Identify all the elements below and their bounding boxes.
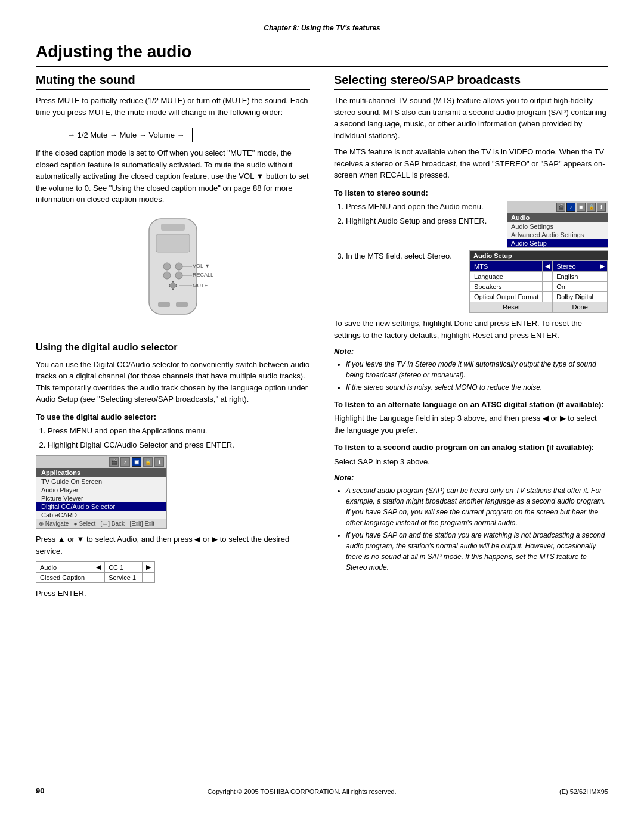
step3-text: Press ▲ or ▼ to select Audio, and then p…: [36, 533, 310, 557]
app-item-cablecard: CableCARD: [36, 511, 166, 519]
optical-arrow-left: [543, 292, 553, 302]
digital-audio-para1: You can use the Digital CC/Audio selecto…: [36, 359, 310, 405]
cc-audio-label: Audio: [36, 562, 92, 573]
audio-menu-screenshot: 🎬 ♪ ▣ 🔒 ℹ Audio Audio Settings Advanced …: [507, 201, 608, 248]
note1-label: Note:: [334, 346, 608, 358]
audio-setup-optical-row: Optical Output Format Dolby Digital: [470, 292, 608, 302]
audio-setup-inner-table: MTS ◀ Stereo ▶ Language English Sp: [470, 260, 608, 312]
cc-table-row1: Audio ◀ CC 1 ▶: [36, 562, 155, 573]
cc-caption-arrow-right: [143, 573, 155, 583]
menu-icon-lock: 🔒: [143, 457, 153, 467]
speakers-label: Speakers: [470, 282, 543, 292]
audio-setup-title: Audio Setup: [470, 251, 608, 260]
stereo-step3-row: In the MTS field, select Stereo. Audio S…: [334, 250, 608, 313]
page-title: Adjusting the audio: [36, 42, 608, 67]
cc-caption-arrow-left: [92, 573, 105, 583]
optical-arrow-right: [597, 292, 608, 302]
stereo-section-title: Selecting stereo/SAP broadcasts: [334, 73, 608, 90]
app-item-digital-cc: Digital CC/Audio Selector: [36, 502, 166, 511]
app-item-pictureview: Picture Viewer: [36, 494, 166, 502]
app-menu-footer: ⊕ Navigate ● Select [←] Back [Exit] Exit: [36, 519, 166, 528]
audio-icon-note: ♪: [566, 203, 575, 212]
menu-icon-apps: ▣: [132, 457, 141, 467]
step4-save-text: To save the new settings, highlight Done…: [334, 318, 608, 341]
muting-para2: If the closed caption mode is set to Off…: [36, 147, 310, 206]
mute-sequence: → 1/2 Mute → Mute → Volume →: [60, 128, 193, 142]
svg-rect-2: [156, 234, 190, 252]
audio-setup-speakers-row: Speakers On: [470, 282, 608, 292]
svg-rect-15: [158, 302, 170, 307]
to-alternate-text: Highlight the Language field in step 3 a…: [334, 412, 608, 436]
cc-caption-label: Closed Caption: [36, 573, 92, 583]
svg-rect-1: [161, 224, 185, 231]
audio-setup-language-row: Language English: [470, 272, 608, 282]
remote-svg: VOL ▼ RECALL MUTE: [125, 213, 221, 332]
muting-para1: Press MUTE to partially reduce (1/2 MUTE…: [36, 95, 310, 118]
copyright-text: Copyright © 2005 TOSHIBA CORPORATION. Al…: [44, 788, 559, 795]
stereo-step-3: In the MTS field, select Stereo.: [346, 250, 461, 262]
audio-menu-item-advanced: Advanced Audio Settings: [507, 231, 608, 239]
stereo-step-1: Press MENU and open the Audio menu.: [346, 201, 499, 213]
svg-text:MUTE: MUTE: [193, 283, 208, 288]
page-footer: 90 Copyright © 2005 TOSHIBA CORPORATION.…: [0, 786, 644, 795]
svg-point-4: [175, 263, 182, 270]
language-arrow-left: [543, 272, 553, 282]
language-label: Language: [470, 272, 543, 282]
digital-audio-section-title: Using the digital audio selector: [36, 342, 310, 355]
done-button-cell: Done: [553, 302, 608, 312]
optical-value: Dolby Digital: [553, 292, 597, 302]
cc-value: CC 1: [105, 562, 143, 573]
svg-text:VOL ▼: VOL ▼: [193, 263, 210, 269]
muting-section-title: Muting the sound: [36, 73, 310, 90]
optical-label: Optical Output Format: [470, 292, 543, 302]
audio-menu-item-settings: Audio Settings: [507, 222, 608, 231]
app-item-audioplayer: Audio Player: [36, 486, 166, 494]
stereo-para1: The multi-channel TV sound (MTS) feature…: [334, 95, 608, 141]
svg-point-8: [170, 283, 176, 288]
to-stereo-steps-list: Press MENU and open the Audio menu. High…: [346, 201, 499, 229]
to-use-steps-list: Press MENU and open the Applications men…: [48, 425, 310, 451]
app-footer-text: ⊕ Navigate ● Select [←] Back [Exit] Exit: [39, 520, 154, 527]
mts-value: Stereo: [553, 261, 597, 272]
audio-icon-info: ℹ: [597, 203, 606, 212]
note1-list: If you leave the TV in Stereo mode it wi…: [346, 359, 608, 393]
right-column: Selecting stereo/SAP broadcasts The mult…: [334, 73, 608, 604]
menu-icon-note: ♪: [120, 457, 130, 467]
mts-right-arrow: ▶: [597, 261, 608, 272]
left-column: Muting the sound Press MUTE to partially…: [36, 73, 310, 604]
speakers-arrow-left: [543, 282, 553, 292]
to-second-audio-label: To listen to a second audio program on a…: [334, 442, 608, 454]
note2-label: Note:: [334, 472, 608, 484]
chapter-header-text: Chapter 8: Using the TV's features: [264, 24, 380, 32]
speakers-value: On: [553, 282, 597, 292]
audio-setup-screenshot: Audio Setup MTS ◀ Stereo ▶ Language Engl…: [469, 250, 608, 313]
app-menu-title: Applications: [36, 468, 166, 477]
audio-icon-lock: 🔒: [587, 203, 596, 212]
stereo-step3-list: In the MTS field, select Stereo.: [346, 250, 461, 262]
note2-list: A second audio program (SAP) can be hear…: [346, 485, 608, 573]
reset-button-cell: Reset: [470, 302, 553, 312]
cc-caption-value: Service 1: [105, 573, 143, 583]
cc-right-arrow: ▶: [143, 562, 155, 573]
speakers-arrow-right: [597, 282, 608, 292]
svg-point-5: [163, 272, 171, 279]
audio-menu-title: Audio: [507, 213, 608, 222]
to-use-label: To use the digital audio selector:: [36, 411, 310, 423]
language-value: English: [553, 272, 597, 282]
audio-icon-apps: ▣: [577, 203, 586, 212]
mts-label: MTS: [470, 261, 543, 272]
language-arrow-right: [597, 272, 608, 282]
cc-table: Audio ◀ CC 1 ▶ Closed Caption Service 1: [36, 561, 155, 583]
chapter-header: Chapter 8: Using the TV's features: [36, 24, 608, 36]
to-second-audio-text: Select SAP in step 3 above.: [334, 456, 608, 468]
applications-menu-screenshot: 🎬 ♪ ▣ 🔒 ℹ Applications TV Guide On Scree…: [36, 455, 167, 529]
page-number: 90: [36, 786, 44, 795]
audio-icon-film: 🎬: [556, 203, 565, 212]
stereo-step3-text: In the MTS field, select Stereo.: [334, 250, 461, 267]
svg-point-6: [175, 272, 182, 279]
to-alternate-label: To listen to an alternate language on an…: [334, 399, 608, 411]
to-use-step-1: Press MENU and open the Applications men…: [48, 425, 310, 437]
audio-setup-footer-row: Reset Done: [470, 302, 608, 312]
mts-left-arrow: ◀: [543, 261, 553, 272]
app-item-tvguide: TV Guide On Screen: [36, 477, 166, 486]
